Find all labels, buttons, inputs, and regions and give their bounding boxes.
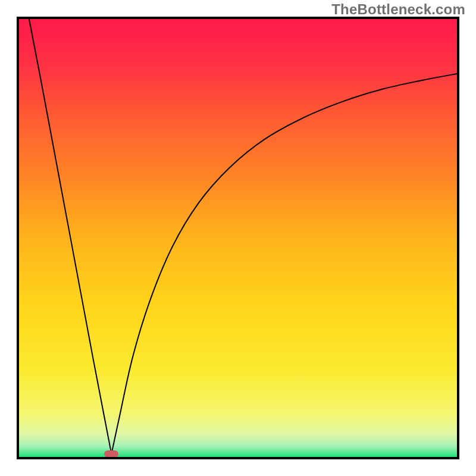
chart-canvas: TheBottleneck.com: [0, 0, 476, 476]
plot-svg: [19, 19, 457, 457]
optimum-marker: [104, 450, 118, 457]
watermark-text: TheBottleneck.com: [331, 1, 465, 18]
plot-frame: [17, 17, 459, 459]
plot-area: [19, 19, 457, 457]
background-gradient: [19, 19, 457, 457]
